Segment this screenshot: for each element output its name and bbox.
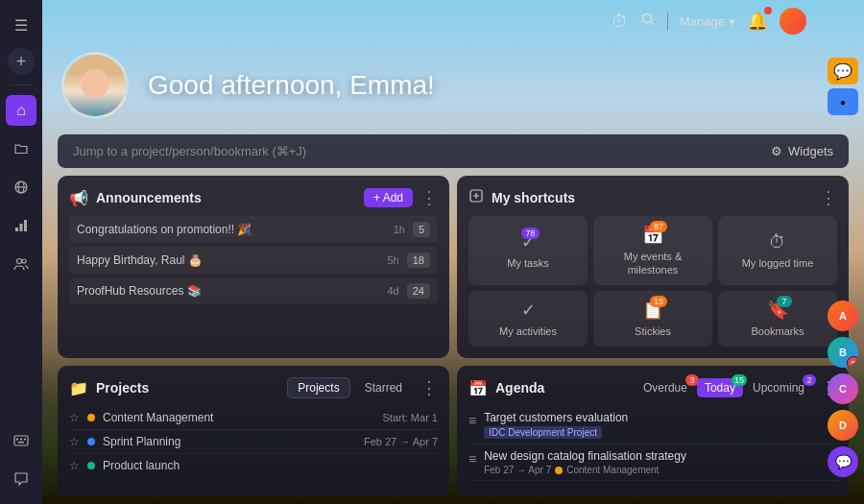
svg-rect-4 xyxy=(20,224,23,231)
sidebar-item-folders[interactable] xyxy=(6,133,36,164)
tasks-icon: ✓ 78 xyxy=(521,231,536,252)
sidebar: ☰ + ⌂ xyxy=(0,0,42,504)
svg-rect-8 xyxy=(14,436,28,445)
right-chat-button[interactable]: 💬 xyxy=(828,446,858,477)
shortcuts-grid: ✓ 78 My tasks 📅 87 My events & milestone… xyxy=(468,216,837,347)
sidebar-keyboard-icon[interactable] xyxy=(6,425,36,456)
announcements-row-3[interactable]: ProofHub Resources 📚 4d 24 xyxy=(69,277,438,304)
search-icon[interactable] xyxy=(640,12,656,32)
timer-icon[interactable]: ⏱ xyxy=(612,12,629,32)
sidebar-add-button[interactable]: + xyxy=(8,48,35,75)
shortcut-my-events[interactable]: 📅 87 My events & milestones xyxy=(593,216,712,285)
svg-rect-5 xyxy=(24,220,27,231)
announcements-card: 📢 Announcements + Add ⋮ Congratulations … xyxy=(58,176,449,358)
sidebar-bottom xyxy=(6,425,36,494)
agenda-item-2[interactable]: ≡ New design catalog finalisation strate… xyxy=(468,444,837,481)
announcements-header: 📢 Announcements + Add ⋮ xyxy=(69,187,438,208)
right-box-blue[interactable]: ● xyxy=(828,88,858,115)
svg-point-7 xyxy=(22,259,26,263)
topbar-divider xyxy=(667,12,668,31)
hero-avatar xyxy=(61,52,129,119)
projects-actions: Projects Starred ⋮ xyxy=(287,377,438,398)
project-row-3[interactable]: ☆ Product launch xyxy=(69,454,438,477)
sidebar-menu-icon[interactable]: ☰ xyxy=(6,10,36,40)
main-content: ⏱ Manage ▾ 🔔 Good afternoon, Emma! xyxy=(42,0,864,504)
right-avatar-2[interactable]: B 5 xyxy=(828,337,858,368)
project-dot xyxy=(555,467,563,474)
agenda-item-content-1: Target customers evaluation IDC Developm… xyxy=(484,411,837,439)
sidebar-chat-icon[interactable] xyxy=(6,464,36,494)
announcements-row-1[interactable]: Congratulations on promotion!! 🎉 1h 5 xyxy=(69,216,438,243)
bookmarks-icon: 🔖 7 xyxy=(767,300,788,321)
time-icon: ⏱ xyxy=(769,232,786,252)
shortcut-my-activities[interactable]: ✓ My activities xyxy=(468,291,588,347)
chevron-down-icon: ▾ xyxy=(729,14,735,29)
gear-icon: ⚙ xyxy=(771,144,782,158)
hero-section: Good afternoon, Emma! xyxy=(42,42,864,134)
dot-1 xyxy=(87,414,95,421)
agenda-tabs: Overdue 3 Today 15 Upcoming 2 xyxy=(636,378,812,397)
greeting-text: Good afternoon, Emma! xyxy=(148,70,435,101)
shortcuts-icon xyxy=(468,188,484,207)
dot-2 xyxy=(87,438,95,445)
svg-rect-12 xyxy=(18,442,24,444)
agenda-tab-overdue[interactable]: Overdue 3 xyxy=(636,378,695,397)
announcements-actions: + Add ⋮ xyxy=(364,187,438,208)
manage-button[interactable]: Manage ▾ xyxy=(680,14,735,29)
widget-grid: 📢 Announcements + Add ⋮ Congratulations … xyxy=(58,176,849,496)
shortcut-logged-time[interactable]: ⏱ My logged time xyxy=(718,216,837,285)
projects-tab-starred[interactable]: Starred xyxy=(354,377,413,398)
sidebar-item-globe[interactable] xyxy=(6,172,36,203)
shortcuts-title: My shortcuts xyxy=(468,188,575,207)
activities-icon: ✓ xyxy=(521,300,536,321)
svg-rect-3 xyxy=(15,228,18,231)
search-bar[interactable]: Jump to a project/person/bookmark (⌘+J) … xyxy=(58,134,849,168)
right-panel-top: 💬 ● xyxy=(828,58,858,115)
projects-card: 📁 Projects Projects Starred ⋮ ☆ Content xyxy=(58,366,449,496)
agenda-tab-upcoming[interactable]: Upcoming 2 xyxy=(745,378,812,397)
projects-more-button[interactable]: ⋮ xyxy=(420,377,438,398)
sidebar-item-team[interactable] xyxy=(6,249,36,279)
announcements-row-2[interactable]: Happy Birthday, Raul 🎂 5h 18 xyxy=(69,247,438,274)
sidebar-item-chart[interactable] xyxy=(6,210,36,241)
agenda-tab-today[interactable]: Today 15 xyxy=(697,378,743,397)
shortcut-bookmarks[interactable]: 🔖 7 Bookmarks xyxy=(718,291,837,347)
agenda-item-icon-2: ≡ xyxy=(468,451,476,475)
search-placeholder: Jump to a project/person/bookmark (⌘+J) xyxy=(73,144,306,158)
projects-tab-projects[interactable]: Projects xyxy=(287,377,349,398)
projects-icon: 📁 xyxy=(69,379,88,397)
agenda-item-sub-2: Feb 27 → Apr 7 Content Management xyxy=(484,465,837,475)
svg-rect-11 xyxy=(24,439,26,441)
right-avatar-1[interactable]: A xyxy=(828,300,858,331)
agenda-item-1[interactable]: ≡ Target customers evaluation IDC Develo… xyxy=(468,406,837,444)
bell-icon[interactable]: 🔔 xyxy=(747,11,768,32)
agenda-title: 📅 Agenda xyxy=(468,379,544,397)
notification-badge xyxy=(764,7,772,14)
svg-point-13 xyxy=(643,13,652,22)
right-avatar-4[interactable]: D xyxy=(828,410,858,441)
shortcut-my-tasks[interactable]: ✓ 78 My tasks xyxy=(468,216,588,285)
agenda-item-icon-1: ≡ xyxy=(468,413,476,439)
user-avatar-topbar[interactable] xyxy=(780,8,806,35)
shortcut-stickies[interactable]: 📋 15 Stickies xyxy=(593,291,712,347)
svg-line-14 xyxy=(650,21,654,25)
star-icon-3: ☆ xyxy=(69,459,80,472)
right-box-yellow[interactable]: 💬 xyxy=(828,58,858,84)
shortcuts-card: My shortcuts ⋮ ✓ 78 My tasks 📅 xyxy=(457,176,849,358)
projects-tabs: Projects Starred xyxy=(287,377,413,398)
announcements-more-button[interactable]: ⋮ xyxy=(420,187,438,208)
right-avatar-3[interactable]: C xyxy=(828,373,858,404)
agenda-item-sub-1: IDC Development Project xyxy=(484,426,837,439)
hero-avatar-inner xyxy=(64,55,126,116)
sidebar-item-home[interactable]: ⌂ xyxy=(6,95,36,126)
announcements-title: 📢 Announcements xyxy=(69,189,202,207)
announcements-add-button[interactable]: + Add xyxy=(364,188,413,207)
project-row-1[interactable]: ☆ Content Management Start: Mar 1 xyxy=(69,406,438,430)
project-row-2[interactable]: ☆ Sprint Planning Feb 27 → Apr 7 xyxy=(69,430,438,454)
agenda-card: 📅 Agenda Overdue 3 Today 15 xyxy=(457,366,849,496)
events-icon: 📅 87 xyxy=(642,225,663,246)
dot-3 xyxy=(87,462,95,469)
right-panel: 💬 ● A B 5 C D 💬 xyxy=(822,0,864,504)
projects-header: 📁 Projects Projects Starred ⋮ xyxy=(69,377,438,398)
shortcuts-header: My shortcuts ⋮ xyxy=(468,187,837,208)
